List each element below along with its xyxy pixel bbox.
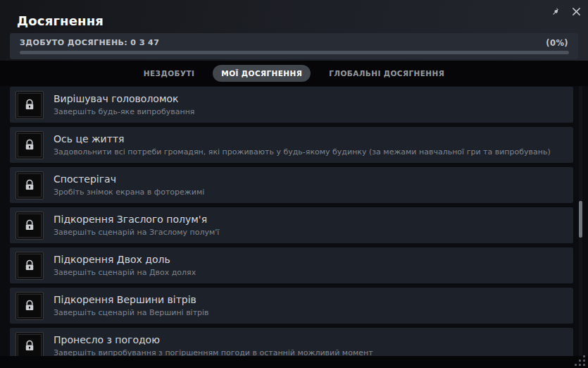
achievement-description: Зробіть знімок екрана в фоторежимі — [54, 188, 204, 197]
achievements-header: Досягнення ЗДОБУТО ДОСЯГНЕНЬ: 0 З 47 (0%… — [0, 0, 588, 61]
achievement-description: Завершіть сценарій на Двох долях — [54, 268, 196, 277]
tab-unearned[interactable]: НЕЗДОБУТІ — [135, 65, 203, 82]
achievement-title: Ось це життя — [54, 133, 551, 145]
achievement-description: Завершіть випробування з погіршенням пог… — [54, 348, 373, 356]
achievement-title: Підкорення Вершини вітрів — [54, 294, 209, 306]
progress-label: ЗДОБУТО ДОСЯГНЕНЬ: 0 З 47 — [20, 38, 159, 47]
achievement-title: Пронесло з погодою — [54, 334, 373, 346]
achievement-description: Задовольнити всі потреби громадян, які п… — [54, 147, 551, 157]
achievement-row[interactable]: Підкорення Згаслого полум'я Завершіть сц… — [10, 207, 573, 243]
progress-bar — [20, 51, 569, 54]
diamond-lock-icon — [15, 131, 44, 159]
mountain-lock-icon — [15, 211, 44, 240]
achievement-description: Завершіть сценарій на Згаслому полум'ї — [54, 228, 219, 237]
progress-percent: (0%) — [546, 38, 568, 48]
window-controls — [550, 5, 582, 18]
mountain-lock-icon — [15, 252, 44, 280]
achievements-progress-panel: ЗДОБУТО ДОСЯГНЕНЬ: 0 З 47 (0%) — [10, 33, 578, 59]
achievement-row[interactable]: Вирішувач головоломок Завершіть будь-яке… — [10, 87, 573, 123]
camera-lock-icon — [15, 171, 44, 200]
page-title: Досягнення — [17, 13, 104, 28]
achievements-tabs: НЕЗДОБУТІМОЇ ДОСЯГНЕННЯГЛОБАЛЬНІ ДОСЯГНЕ… — [0, 61, 588, 86]
achievement-title: Підкорення Двох доль — [54, 254, 196, 266]
achievement-row[interactable]: Пронесло з погодою Завершіть випробуванн… — [10, 328, 573, 356]
weather-lock-icon — [15, 332, 44, 357]
achievement-row[interactable]: Підкорення Вершини вітрів Завершіть сцен… — [10, 288, 573, 324]
achievement-description: Завершіть сценарій на Вершині вітрів — [54, 308, 209, 317]
trophy-lock-icon — [15, 91, 44, 119]
achievements-list: Вирішувач головоломок Завершіть будь-яке… — [0, 86, 588, 356]
achievement-title: Вирішувач головоломок — [54, 93, 194, 105]
tab-my-achievements[interactable]: МОЇ ДОСЯГНЕННЯ — [213, 65, 311, 82]
achievement-row[interactable]: Підкорення Двох доль Завершіть сценарій … — [10, 247, 573, 283]
achievement-description: Завершіть будь-яке випробування — [54, 107, 194, 116]
achievement-row[interactable]: Ось це життя Задовольнити всі потреби гр… — [10, 127, 573, 163]
achievement-title: Спостерігач — [54, 173, 204, 185]
tab-global-achievements[interactable]: ГЛОБАЛЬНІ ДОСЯГНЕННЯ — [320, 65, 453, 82]
achievement-title: Підкорення Згаслого полум'я — [54, 214, 219, 226]
achievement-row[interactable]: Спостерігач Зробіть знімок екрана в фото… — [10, 167, 573, 203]
scrollbar-thumb[interactable] — [579, 201, 582, 238]
scrollbar-track[interactable] — [579, 86, 582, 356]
close-icon[interactable] — [570, 5, 582, 18]
pin-icon[interactable] — [550, 5, 563, 18]
resize-grip-icon[interactable] — [574, 355, 585, 366]
mountain-lock-icon — [15, 292, 44, 320]
